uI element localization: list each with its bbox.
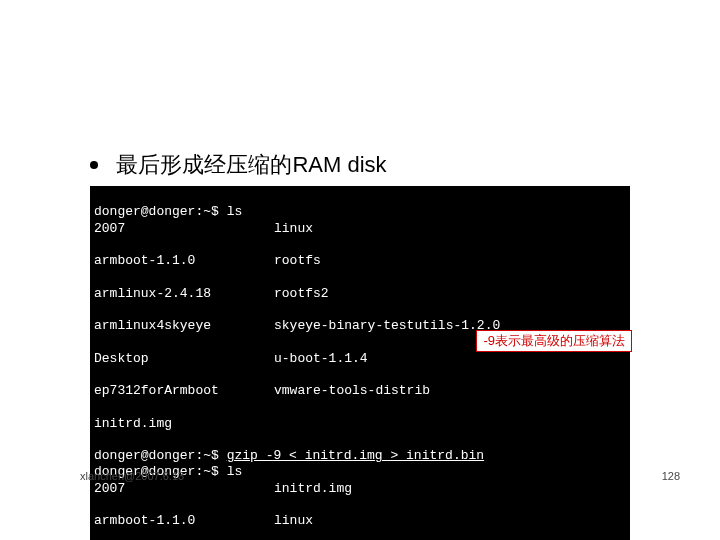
ls-row: 2007initrd.img — [94, 481, 626, 497]
ls-row: initrd.img — [94, 416, 626, 432]
ls-col1: 2007 — [94, 221, 274, 237]
ls-col2: linux — [274, 513, 626, 529]
cmd-ls: ls — [227, 204, 243, 219]
ls-row: armlinux-2.4.18rootfs2 — [94, 286, 626, 302]
terminal-block: donger@donger:~$ ls 2007linux armboot-1.… — [90, 186, 630, 540]
ls-row: 2007linux — [94, 221, 626, 237]
heading-row: 最后形成经压缩的RAM disk — [90, 150, 630, 180]
heading-text: 最后形成经压缩的RAM disk — [116, 152, 386, 177]
prompt: donger@donger:~$ — [94, 448, 219, 463]
ls-col1: armlinux-2.4.18 — [94, 286, 274, 302]
cmd-gzip: gzip -9 < initrd.img > initrd.bin — [227, 448, 484, 463]
ls-col2: rootfs — [274, 253, 626, 269]
ls-col1: 2007 — [94, 481, 274, 497]
slide: 最后形成经压缩的RAM disk donger@donger:~$ ls 200… — [0, 0, 720, 540]
footer-page-number: 128 — [662, 470, 680, 482]
ls-row: armboot-1.1.0linux — [94, 513, 626, 529]
footer-left: xlanchen@2007.6.13 — [80, 470, 184, 482]
ls-col1: initrd.img — [94, 416, 274, 432]
ls-col1: ep7312forArmboot — [94, 383, 274, 399]
ls-col1: armboot-1.1.0 — [94, 253, 274, 269]
prompt: donger@donger:~$ — [94, 204, 219, 219]
ls-col1: Desktop — [94, 351, 274, 367]
bullet-icon — [90, 161, 98, 169]
ls-col2 — [274, 416, 626, 432]
annotation-callout: -9表示最高级的压缩算法 — [476, 330, 632, 352]
ls-col2: linux — [274, 221, 626, 237]
ls-row: ep7312forArmbootvmware-tools-distrib — [94, 383, 626, 399]
ls-col2: vmware-tools-distrib — [274, 383, 626, 399]
ls-row: Desktopu-boot-1.1.4 — [94, 351, 626, 367]
ls-row: armboot-1.1.0rootfs — [94, 253, 626, 269]
ls-col2: u-boot-1.1.4 — [274, 351, 626, 367]
ls-col1: armboot-1.1.0 — [94, 513, 274, 529]
cmd-ls2: ls — [227, 464, 243, 479]
footer-date: xlanchen@2007.6.13 — [80, 470, 184, 482]
ls-col1: armlinux4skyeye — [94, 318, 274, 334]
ls-col2: rootfs2 — [274, 286, 626, 302]
ls-col2: initrd.img — [274, 481, 626, 497]
